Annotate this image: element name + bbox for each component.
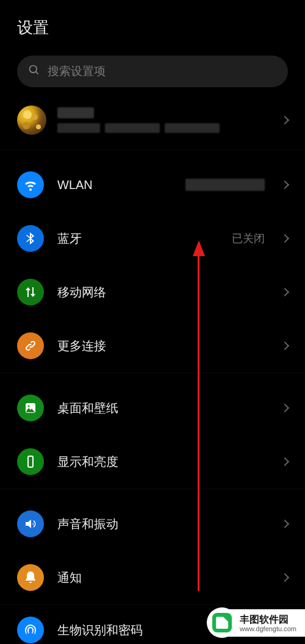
row-wlan[interactable]: WLAN (0, 158, 305, 212)
bell-icon (17, 564, 44, 591)
display-icon (17, 448, 44, 475)
search-icon (28, 64, 40, 79)
row-label: 显示和亮度 (57, 454, 268, 470)
avatar (17, 106, 46, 135)
chevron-right-icon (281, 573, 289, 582)
account-name-redacted (57, 107, 94, 118)
row-mobile-network[interactable]: 移动网络 (0, 265, 305, 319)
row-label: 移动网络 (57, 284, 268, 301)
row-label: 更多连接 (57, 338, 268, 354)
row-desktop-wallpaper[interactable]: 桌面和壁纸 (0, 381, 305, 435)
row-label: 桌面和壁纸 (57, 400, 268, 417)
chevron-right-icon (281, 116, 289, 124)
row-label: 蓝牙 (57, 231, 218, 247)
chevron-right-icon (281, 181, 289, 189)
fingerprint-icon (17, 617, 44, 643)
chevron-right-icon (281, 288, 289, 296)
chevron-right-icon (281, 342, 289, 350)
link-icon (17, 332, 44, 359)
row-label: WLAN (57, 178, 172, 192)
svg-point-0 (30, 66, 37, 73)
sound-icon (17, 510, 44, 537)
chevron-right-icon (281, 457, 289, 466)
svg-line-1 (36, 72, 38, 74)
row-value-redacted (185, 179, 265, 191)
account-text (57, 107, 271, 133)
row-bluetooth[interactable]: 蓝牙 已关闭 (0, 212, 305, 265)
watermark-title: 丰图软件园 (240, 614, 296, 625)
wifi-icon (17, 171, 44, 198)
account-row[interactable] (0, 99, 305, 149)
svg-rect-4 (28, 456, 33, 467)
mobile-data-icon (17, 279, 44, 306)
search-placeholder: 搜索设置项 (48, 63, 106, 79)
bluetooth-icon (17, 225, 44, 252)
search-input[interactable]: 搜索设置项 (17, 55, 288, 87)
account-subtitle-redacted (57, 123, 271, 133)
watermark-url: www.dgfengtu.com (240, 625, 296, 633)
svg-point-3 (28, 406, 30, 407)
watermark-logo-icon (208, 609, 236, 637)
watermark: 丰图软件园 www.dgfengtu.com (212, 609, 305, 637)
row-sound-vibration[interactable]: 声音和振动 (0, 497, 305, 551)
wallpaper-icon (17, 395, 44, 421)
chevron-right-icon (281, 234, 289, 243)
row-value: 已关闭 (232, 231, 265, 246)
group-separator (0, 149, 305, 158)
chevron-right-icon (281, 404, 289, 412)
row-display-brightness[interactable]: 显示和亮度 (0, 435, 305, 488)
group-separator (0, 373, 305, 381)
row-more-connections[interactable]: 更多连接 (0, 319, 305, 373)
row-notifications[interactable]: 通知 (0, 551, 305, 604)
page-title: 设置 (0, 0, 305, 49)
row-label: 声音和振动 (57, 516, 268, 532)
row-label: 通知 (57, 570, 268, 586)
group-separator (0, 488, 305, 497)
chevron-right-icon (281, 520, 289, 528)
